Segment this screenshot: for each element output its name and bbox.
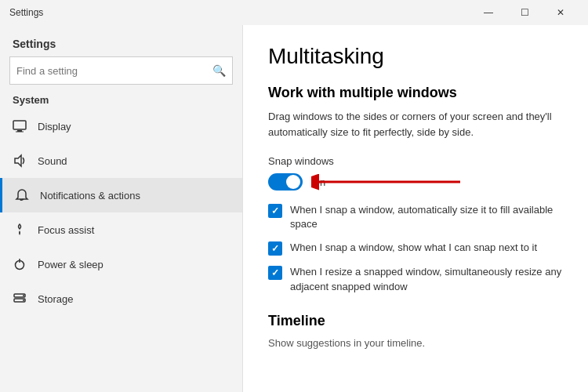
display-icon xyxy=(13,119,27,133)
timeline-desc: Show suggestions in your timeline. xyxy=(268,337,563,349)
svg-point-8 xyxy=(23,295,24,296)
checkbox-show-next[interactable] xyxy=(268,241,282,256)
checkbox-fill-space-label: When I snap a window, automatically size… xyxy=(290,203,563,231)
checkbox-show-next-label: When I snap a window, show what I can sn… xyxy=(290,241,537,255)
timeline-section: Timeline Show suggestions in your timeli… xyxy=(268,313,563,349)
svg-rect-0 xyxy=(13,121,26,129)
checkbox-fill-space[interactable] xyxy=(268,204,282,218)
snap-toggle[interactable] xyxy=(268,173,303,191)
checkbox-item-show-next: When I snap a window, show what I can sn… xyxy=(268,241,563,256)
sidebar-item-sound[interactable]: Sound xyxy=(0,143,242,178)
minimize-button[interactable]: — xyxy=(470,0,506,25)
sidebar-item-notifications[interactable]: Notifications & actions xyxy=(0,178,242,212)
timeline-title: Timeline xyxy=(268,313,563,329)
system-label: System xyxy=(0,91,242,109)
page-title: Multitasking xyxy=(268,44,563,69)
snap-label: Snap windows xyxy=(268,155,563,167)
search-input[interactable] xyxy=(16,65,212,77)
maximize-button[interactable]: ☐ xyxy=(506,0,543,25)
title-bar: Settings — ☐ ✕ xyxy=(0,0,588,25)
red-arrow xyxy=(311,170,468,194)
sidebar-item-focus[interactable]: Focus assist xyxy=(0,212,242,247)
section-desc: Drag windows to the sides or corners of … xyxy=(268,109,563,140)
window-controls: — ☐ ✕ xyxy=(470,0,579,25)
storage-icon xyxy=(13,292,27,306)
svg-rect-2 xyxy=(16,132,24,132)
sound-icon xyxy=(13,154,27,168)
section-title: Work with multiple windows xyxy=(268,85,563,101)
checkbox-resize-adjacent[interactable] xyxy=(268,266,282,280)
main-content: Multitasking Work with multiple windows … xyxy=(243,25,588,392)
sound-label: Sound xyxy=(38,155,67,167)
storage-label: Storage xyxy=(38,293,74,305)
search-icon: 🔍 xyxy=(212,64,226,77)
checkbox-resize-adjacent-label: When I resize a snapped window, simultan… xyxy=(290,265,563,293)
checkbox-item-resize-adjacent: When I resize a snapped window, simultan… xyxy=(268,265,563,293)
notifications-icon xyxy=(15,188,29,202)
svg-marker-3 xyxy=(15,155,21,166)
sidebar-item-storage[interactable]: Storage xyxy=(0,281,242,316)
snap-toggle-row: On xyxy=(268,173,563,191)
display-label: Display xyxy=(38,121,71,132)
notifications-label: Notifications & actions xyxy=(40,190,140,201)
close-button[interactable]: ✕ xyxy=(543,0,579,25)
checkbox-item-fill-space: When I snap a window, automatically size… xyxy=(268,203,563,231)
focus-label: Focus assist xyxy=(38,224,94,236)
power-label: Power & sleep xyxy=(38,259,103,270)
app-body: Settings 🔍 System Display xyxy=(0,25,588,392)
power-icon xyxy=(13,257,27,271)
sidebar: Settings 🔍 System Display xyxy=(0,25,243,392)
focus-icon xyxy=(13,223,27,237)
sidebar-item-power[interactable]: Power & sleep xyxy=(0,247,242,281)
sidebar-item-display[interactable]: Display xyxy=(0,109,242,143)
sidebar-header: Settings xyxy=(0,25,242,56)
svg-point-9 xyxy=(23,299,24,301)
app-title: Settings xyxy=(9,7,470,18)
search-box[interactable]: 🔍 xyxy=(9,56,233,85)
